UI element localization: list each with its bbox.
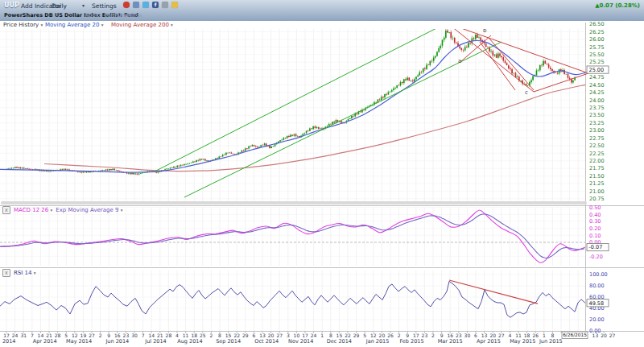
week-label: 9	[440, 333, 444, 338]
month-label: Apr 2015	[477, 338, 501, 345]
share-icon[interactable]	[133, 2, 139, 8]
month-label: Jul 2014	[144, 338, 166, 345]
week-label: 20	[379, 333, 386, 338]
week-label: 26	[387, 333, 394, 338]
week-label: 13	[259, 333, 266, 338]
week-label: 19	[80, 333, 87, 338]
ma20-dropdown[interactable]: Moving Average 20 ▾	[45, 22, 103, 28]
rsi-line	[0, 281, 585, 317]
week-label: 6	[474, 333, 477, 338]
macd-tick-label: 0.10	[589, 233, 601, 239]
price-tick-label: 24.50	[589, 82, 605, 89]
week-label: 23	[422, 333, 428, 338]
red-trendline[interactable]	[448, 23, 588, 73]
future-week-label: 13	[592, 333, 599, 338]
price-tick-label: 23.00	[589, 127, 605, 134]
caret-down-icon: ▾	[171, 23, 173, 27]
price-tick-label: 26.25	[589, 29, 605, 35]
timeframe-select[interactable]: Daily	[52, 2, 67, 10]
week-label: 17	[413, 333, 419, 338]
week-label: 14	[38, 333, 44, 338]
price-tick-label: 21.25	[589, 180, 605, 187]
month-label: Dec 2014	[327, 338, 352, 345]
week-label: 21	[46, 333, 52, 338]
price-history-dropdown[interactable]: Price History ▾	[3, 22, 43, 28]
price-tick-label: 21.00	[589, 188, 605, 195]
wave-letter-label: c	[525, 89, 528, 96]
green-trendline[interactable]	[155, 22, 449, 171]
week-label: 24	[311, 333, 317, 338]
macd-tick-label: -0.20	[589, 254, 603, 260]
week-label: 4	[508, 333, 511, 338]
settings-button[interactable]: Settings	[92, 2, 117, 10]
twitter-icon[interactable]	[142, 2, 149, 8]
week-label: 22	[233, 333, 240, 338]
ma200-line	[44, 85, 585, 171]
close-rsi-button[interactable]: X	[2, 269, 10, 277]
macd-signal-line	[0, 214, 584, 258]
week-label: 22	[345, 333, 351, 338]
week-label: 16	[114, 333, 121, 338]
close-macd-button[interactable]: X	[2, 206, 10, 214]
week-label: 2	[398, 333, 401, 338]
price-tick-label: 25.25	[589, 59, 605, 65]
rsi-tick-label: 80.00	[589, 283, 605, 289]
ma200-dropdown[interactable]: Moving Average 200 ▾	[111, 22, 173, 28]
mail-icon[interactable]	[171, 2, 178, 8]
price-tick-label: 22.50	[589, 143, 605, 149]
price-tick-label: 26.50	[589, 21, 605, 27]
price-tick-label: 23.50	[589, 112, 605, 118]
rsi-red-trendline[interactable]	[449, 280, 538, 304]
price-tick-label: 24.00	[589, 97, 605, 104]
horizontal-gridlines	[0, 24, 585, 331]
drawings-button[interactable]: Drawings	[118, 12, 142, 19]
wave-letter-label: a	[458, 58, 461, 64]
green-trendline[interactable]	[184, 42, 502, 197]
rsi-tick-label: 100.00	[589, 271, 608, 278]
macd-dropdown[interactable]: MACD 12 26 ▾	[14, 207, 52, 213]
macd-signal-dropdown[interactable]: Exp Moving Average 9 ▾	[56, 207, 122, 213]
caret-down-icon: ▾	[50, 208, 52, 213]
macd-line	[0, 210, 585, 262]
current-date-text: 6/26/2015	[563, 333, 587, 337]
week-label: 25	[200, 333, 206, 338]
rsi-tick-label: 20.00	[589, 316, 605, 323]
price-tick-label: 24.75	[589, 74, 605, 81]
panel-splitter-scrollbar[interactable]	[1, 201, 587, 204]
week-label: 13	[481, 333, 488, 338]
caret-down-icon: ▾	[34, 271, 36, 275]
symbol-input[interactable]: UUP	[4, 2, 19, 9]
chart-canvas[interactable]: abc26.5026.2526.0025.7525.5025.2525.0024…	[0, 0, 644, 347]
last-rsi-box-text: 49.58	[589, 300, 605, 307]
red-dot-icon[interactable]	[123, 2, 130, 8]
camera-icon[interactable]	[162, 2, 168, 8]
price-change-badge: ▲0.07 (0.28%)	[595, 2, 640, 9]
price-tick-label: 23.25	[589, 120, 605, 126]
week-label: 21	[157, 333, 163, 338]
future-week-label: 27	[609, 333, 616, 338]
week-label: 23	[456, 333, 462, 338]
facebook-icon[interactable]: f	[152, 2, 159, 8]
macd-tick-label: 0.40	[589, 212, 601, 218]
month-label: Oct 2014	[254, 338, 279, 345]
week-label: 11	[515, 333, 522, 338]
week-label: 2	[431, 333, 435, 338]
last-macd-box-text: -0.07	[589, 244, 603, 250]
week-label: 27	[276, 333, 283, 338]
macd-tick-label: 0.50	[589, 204, 601, 211]
month-label: Aug 2014	[177, 338, 202, 345]
week-label: 9	[107, 333, 110, 338]
month-label: May 2015	[510, 338, 535, 345]
macd-tick-label: 0.30	[589, 218, 601, 225]
week-label: 14	[148, 333, 155, 338]
price-tick-label: 20.75	[589, 196, 605, 202]
price-tick-label: 24.25	[589, 89, 605, 96]
week-label: 5	[64, 333, 68, 338]
week-label: 10	[294, 333, 300, 338]
week-label: 15	[225, 333, 232, 338]
caret-down-icon: ▾	[40, 23, 43, 27]
week-label: 8	[218, 333, 221, 338]
month-label: May 2014	[66, 338, 92, 345]
rsi-dropdown[interactable]: RSI 14 ▾	[14, 270, 36, 276]
caret-down-icon[interactable]: ▾	[82, 2, 85, 8]
